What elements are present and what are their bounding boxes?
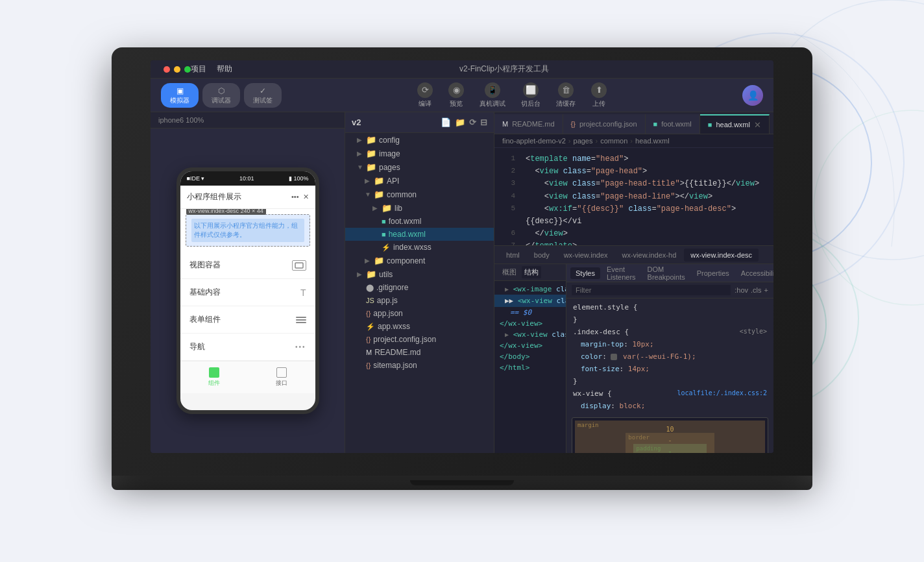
filter-plus[interactable]: + — [764, 286, 768, 294]
code-area[interactable]: 1 <template name="head"> 2 <view class="… — [494, 148, 773, 245]
breadcrumb-file[interactable]: head.wxml — [635, 137, 670, 145]
breadcrumb: fino-applet-demo-v2 › pages › common › h… — [494, 134, 773, 148]
new-file-icon[interactable]: 📄 — [441, 117, 451, 127]
styles-tabs: Styles Event Listeners DOM Breakpoints P… — [566, 264, 773, 282]
dt-tab-wxview-desc[interactable]: wx-view.index-desc — [684, 249, 759, 262]
st-tab-events[interactable]: Event Listeners — [602, 264, 641, 283]
phone-device: ■IDE ▾ 10:01 ▮ 100% 小程序组件展示 ••• ✕ — [176, 167, 319, 414]
menu-item-help[interactable]: 帮助 — [217, 64, 232, 75]
dt-inner-tab-detail[interactable]: 结构 — [522, 266, 541, 278]
ht-tag: <wx-image — [513, 285, 552, 293]
tab-more[interactable]: ••• — [770, 123, 773, 134]
user-avatar[interactable]: 👤 — [742, 85, 763, 106]
more-icon[interactable]: ••• — [291, 193, 299, 201]
style-selector: element.style { — [573, 303, 637, 312]
prop-indent: font-size: 14px; — [581, 365, 650, 373]
tab-close-btn[interactable]: ✕ — [754, 120, 761, 130]
ht-line-3[interactable]: </wx-view> — [494, 318, 566, 329]
tree-file-readme[interactable]: ▶ M README.md — [345, 346, 494, 359]
menu-item-project[interactable]: 项目 — [191, 64, 206, 75]
box-padding-top: - — [668, 448, 672, 453]
st-tab-props[interactable]: Properties — [692, 267, 735, 279]
tab-foot-wxml[interactable]: ■ foot.wxml — [646, 114, 700, 134]
tree-file-index-wxss[interactable]: ▶ ⚡ index.wxss — [345, 241, 494, 254]
dt-inner-tab-overview[interactable]: 概图 — [500, 266, 519, 278]
dt-tab-body[interactable]: body — [528, 249, 556, 262]
ht-line-1[interactable]: ▶▶ <wx-view class="index-desc" >以下用展示示小程… — [494, 295, 566, 307]
upload-tool[interactable]: ⬆ 上传 — [591, 82, 607, 108]
phone-status-bar: ■IDE ▾ 10:01 ▮ 100% — [180, 171, 315, 186]
tree-file-project-config[interactable]: ▶ {} project.config.json — [345, 333, 494, 346]
list-item-icon-1: T — [300, 287, 306, 298]
close-icon[interactable]: ✕ — [303, 193, 309, 201]
tree-folder-api[interactable]: ▶ 📁 API — [345, 174, 494, 188]
list-item-2[interactable]: 表单组件 — [180, 306, 315, 334]
tree-folder-lib[interactable]: ▶ 📁 lib — [345, 201, 494, 215]
tree-arrow: ▶ — [365, 257, 371, 264]
tree-file-app-js[interactable]: ▶ JS app.js — [345, 294, 494, 307]
code-line-7: 7 </template> — [494, 240, 773, 245]
ide-app: 项目 帮助 v2-FinClip小程序开发工具 ▣ 模拟器 ⬡ 调试器 — [151, 60, 773, 453]
preview-icon: ◉ — [448, 82, 464, 98]
device-debug-tool[interactable]: 📱 真机调试 — [480, 82, 505, 108]
ht-line-0[interactable]: ▶ <wx-image class="index-logo" src="../r… — [494, 284, 566, 295]
breadcrumb-root[interactable]: fino-applet-demo-v2 — [502, 137, 566, 145]
filter-cls[interactable]: .cls — [751, 286, 762, 294]
tree-folder-config[interactable]: ▶ 📁 config — [345, 133, 494, 147]
tree-file-sitemap[interactable]: ▶ {} sitemap.json — [345, 359, 494, 372]
device-debug-icon: 📱 — [485, 82, 500, 98]
tab-project-config[interactable]: {} project.config.json — [563, 114, 646, 134]
list-item-0[interactable]: 视图容器 — [180, 252, 315, 279]
tree-folder-pages[interactable]: ▼ 📁 pages — [345, 160, 494, 174]
test-btn[interactable]: ✓ 测试签 — [244, 83, 282, 108]
tree-folder-component[interactable]: ▶ 📁 component — [345, 254, 494, 267]
style-source-2[interactable]: localfile:/.index.css:2 — [677, 389, 767, 397]
tree-file-foot-wxml[interactable]: ▶ ■ foot.wxml — [345, 215, 494, 228]
filter-input[interactable] — [572, 285, 731, 295]
editor-top: 1 <template name="head"> 2 <view class="… — [494, 148, 773, 453]
win-close-btn[interactable] — [164, 66, 170, 73]
st-tab-dom[interactable]: DOM Breakpoints — [642, 264, 690, 283]
ht-line-4[interactable]: ▶ <wx-view class="index-bd" >_</wx-view> — [494, 329, 566, 340]
debugger-btn[interactable]: ⬡ 调试器 — [202, 83, 240, 108]
list-item-3[interactable]: 导航 ••• — [180, 334, 315, 361]
background-tool[interactable]: ⬜ 切后台 — [521, 82, 541, 108]
simulator-btn[interactable]: ▣ 模拟器 — [161, 83, 199, 108]
st-tab-styles[interactable]: Styles — [570, 267, 600, 279]
ht-line-5[interactable]: </wx-view> — [494, 340, 566, 351]
tree-file-head-wxml[interactable]: ▶ ■ head.wxml — [345, 228, 494, 241]
dt-tab-html[interactable]: html — [500, 249, 526, 262]
ht-line-6[interactable]: </body> — [494, 351, 566, 362]
nav-item-component[interactable]: 组件 — [180, 361, 248, 393]
ht-close-body: </body> — [500, 352, 529, 361]
list-item-label-2: 表单组件 — [189, 314, 221, 325]
compile-tool[interactable]: ⟳ 编译 — [417, 82, 433, 108]
prop-indent: display: block; — [581, 402, 645, 410]
new-folder-icon[interactable]: 📁 — [455, 117, 465, 127]
tree-folder-utils[interactable]: ▶ 📁 utils — [345, 267, 494, 281]
breadcrumb-pages[interactable]: pages — [574, 137, 593, 145]
win-max-btn[interactable] — [184, 66, 191, 73]
tab-head-wxml[interactable]: ■ head.wxml ✕ — [700, 114, 770, 134]
tree-folder-common[interactable]: ▼ 📁 common — [345, 188, 494, 201]
win-min-btn[interactable] — [174, 66, 180, 73]
tree-folder-image[interactable]: ▶ 📁 image — [345, 147, 494, 160]
st-tab-access[interactable]: Accessibility — [736, 267, 773, 279]
refresh-icon[interactable]: ⟳ — [469, 117, 476, 127]
tree-file-app-json[interactable]: ▶ {} app.json — [345, 307, 494, 320]
tab-readme[interactable]: M README.md — [494, 114, 563, 134]
clear-cache-tool[interactable]: 🗑 清缓存 — [556, 82, 576, 108]
dt-tab-wxview-hd[interactable]: wx-view.index-hd — [616, 249, 683, 262]
collapse-icon[interactable]: ⊟ — [480, 117, 487, 127]
ht-line-7[interactable]: </html> — [494, 362, 566, 373]
preview-tool[interactable]: ◉ 预览 — [448, 82, 464, 108]
style-source-1[interactable]: <style> — [740, 328, 767, 335]
breadcrumb-common[interactable]: common — [600, 137, 627, 145]
nav-item-interface[interactable]: 接口 — [248, 361, 315, 393]
list-item-1[interactable]: 基础内容 T — [180, 279, 315, 306]
filter-hov[interactable]: :hov — [735, 286, 748, 294]
tree-file-gitignore[interactable]: ▶ ⬤ .gitignore — [345, 281, 494, 294]
tree-file-app-wxss[interactable]: ▶ ⚡ app.wxss — [345, 320, 494, 333]
dt-tab-wxview-index[interactable]: wx-view.index — [557, 249, 614, 262]
box-padding-label: padding — [636, 445, 661, 452]
